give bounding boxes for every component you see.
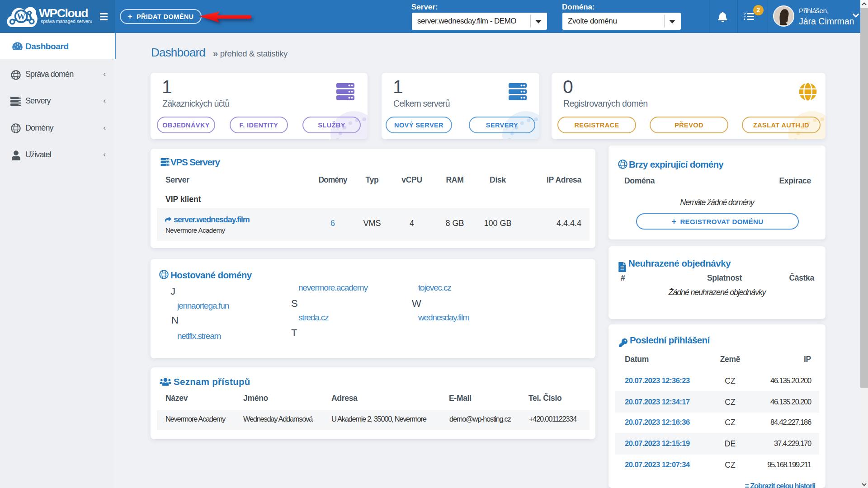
svg-text:W: W — [17, 12, 25, 21]
